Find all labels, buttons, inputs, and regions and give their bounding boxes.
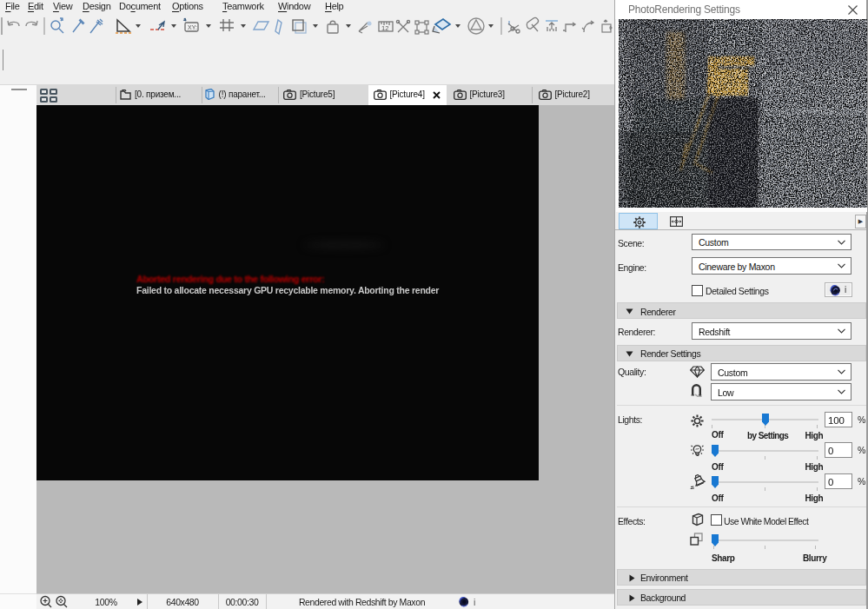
svg-text:XY:: XY: bbox=[188, 24, 197, 30]
svg-text:12: 12 bbox=[381, 24, 388, 32]
